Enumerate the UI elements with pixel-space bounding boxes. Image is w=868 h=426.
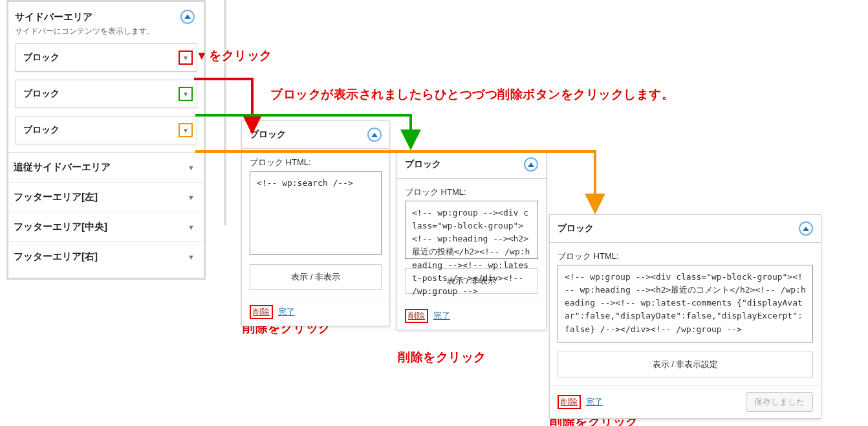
done-link[interactable]: 完了 [433,310,450,322]
done-link[interactable]: 完了 [278,306,295,318]
section-footer-center[interactable]: フッターエリア[中央] ▼ [8,212,204,241]
delete-highlight: 削除 [405,309,428,323]
collapse-panel-button[interactable] [367,128,382,142]
block-panel-2: ブロック ブロック HTML: <!-- wp:group --><div cl… [396,150,547,330]
block-html-textarea[interactable]: <!-- wp:group --><div class="wp-block-gr… [405,201,538,259]
annotation-click-delete-2: 削除をクリック [398,349,486,366]
panel-title: ブロック [405,159,441,170]
panel-title: ブロック [558,223,594,234]
delete-link[interactable]: 削除 [408,311,425,320]
delete-highlight: 削除 [558,395,581,409]
section-label: フッターエリア[左] [14,191,98,203]
block-html-textarea[interactable]: <!-- wp:search /--> [250,171,382,255]
section-label: 追従サイドバーエリア [14,161,111,174]
triangle-icon: ▼ [196,49,208,62]
area-description: サイドバーにコンテンツを表示します。 [15,26,197,43]
chevron-down-icon: ▼ [188,223,195,231]
delete-link[interactable]: 削除 [253,307,270,317]
section-label: フッターエリア[右] [14,251,98,263]
vertical-divider [224,0,226,225]
panel-header[interactable]: ブロック [550,215,821,243]
block-panel-1: ブロック ブロック HTML: <!-- wp:search /--> 表示 /… [241,120,390,326]
widget-block-row[interactable]: ブロック [15,80,197,108]
chevron-down-icon: ▼ [188,164,195,172]
annotation-instruction: ブロックが表示されましたらひとつづつ削除ボタンをクリックします。 [270,86,674,103]
panel-header[interactable]: ブロック [242,121,389,149]
section-follow-sidebar[interactable]: 追従サイドバーエリア ▼ [8,152,204,182]
collapse-panel-button[interactable] [799,221,813,236]
annotation-click-triangle: ▼をクリック [196,47,272,64]
section-label: フッターエリア[中央] [14,221,107,233]
chevron-down-icon[interactable] [179,87,193,101]
block-html-label: ブロック HTML: [558,251,813,262]
saved-status-button: 保存しました [746,392,813,412]
block-panel-3: ブロック ブロック HTML: <!-- wp:group --><div cl… [549,214,821,419]
block-html-label: ブロック HTML: [405,186,538,198]
widget-block-row[interactable]: ブロック [15,43,197,72]
panel-title: ブロック [250,129,286,140]
chevron-down-icon[interactable] [179,123,193,137]
chevron-down-icon: ▼ [188,194,195,201]
collapse-area-button[interactable] [180,10,195,24]
block-html-textarea[interactable]: <!-- wp:group --><div class="wp-block-gr… [558,265,813,342]
section-footer-right[interactable]: フッターエリア[右] ▼ [8,241,204,271]
section-footer-left[interactable]: フッターエリア[左] ▼ [8,182,204,212]
delete-link[interactable]: 削除 [561,397,578,407]
visibility-toggle[interactable]: 表示 / 非表示設定 [558,352,813,377]
collapse-panel-button[interactable] [524,157,538,172]
widget-label: ブロック [23,52,60,63]
widget-block-row[interactable]: ブロック [15,116,197,144]
widgets-sidebar: サイドバーエリア サイドバーにコンテンツを表示します。 ブロック ブロック ブロ… [6,0,206,280]
chevron-down-icon[interactable] [179,50,193,65]
widget-label: ブロック [23,88,60,100]
block-html-label: ブロック HTML: [250,157,382,168]
delete-highlight: 削除 [250,305,273,319]
panel-header[interactable]: ブロック [397,151,546,179]
area-title: サイドバーエリア [15,7,197,26]
chevron-down-icon: ▼ [188,253,195,261]
done-link[interactable]: 完了 [586,396,603,408]
visibility-toggle[interactable]: 表示 / 非表示 [250,264,382,290]
widget-label: ブロック [23,124,60,136]
